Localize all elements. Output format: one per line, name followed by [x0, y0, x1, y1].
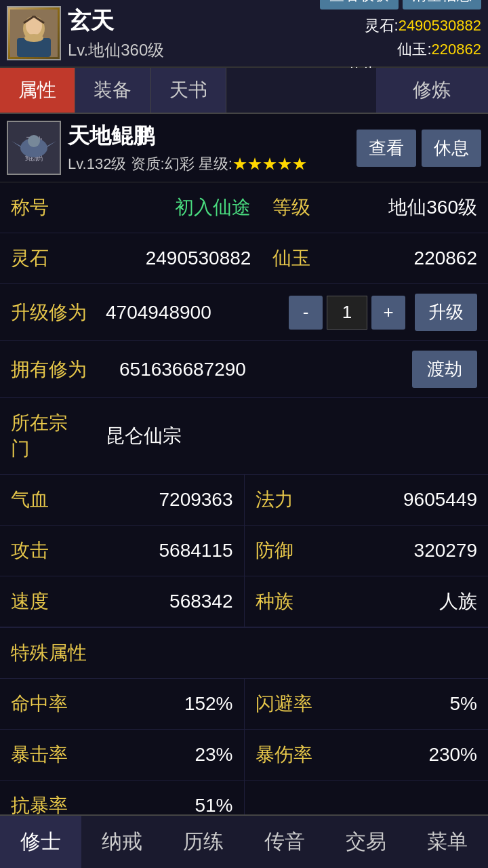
bottom-nav-adventure[interactable]: 历练	[163, 816, 244, 868]
clear-info-button[interactable]: 清空信息	[403, 0, 481, 9]
possess-row: 拥有修为 651636687290 渡劫	[0, 341, 488, 398]
crit-dmg-label: 暴伤率	[256, 742, 317, 768]
atk-def-row: 攻击 5684115 防御 320279	[0, 526, 488, 576]
special-header-label: 特殊属性	[11, 642, 87, 663]
pet-buttons: 查看 休息	[357, 130, 481, 167]
anti-crit-value: 51%	[195, 795, 232, 816]
atk-value: 5684115	[159, 540, 232, 561]
hit-dodge-row: 命中率 152% 闪避率 5%	[0, 679, 488, 730]
hit-label: 命中率	[11, 691, 72, 717]
stats-table: 称号 初入仙途 等级 地仙360级 灵石 2490530882 仙玉 22086…	[0, 182, 488, 284]
pet-section: 天地 鲲鹏 天地鲲鹏 Lv.132级 资质:幻彩 星级:★★★★★ 查看 休息	[0, 114, 488, 182]
crit-label: 暴击率	[11, 742, 72, 768]
hit-value: 152%	[184, 693, 233, 715]
stone-jade-row: 灵石 2490530882 仙玉 220862	[0, 233, 488, 284]
bottom-nav-menu[interactable]: 菜单	[407, 816, 488, 868]
speed-value: 568342	[169, 591, 232, 612]
character-name: 玄天	[68, 5, 320, 37]
pass-tribulation-button[interactable]: 渡劫	[412, 351, 477, 388]
header: 玄天 Lv.地仙360级 查看收获 清空信息 灵石:2490530882 仙玉:…	[0, 0, 488, 68]
crit-dmg-cell: 暴伤率 230%	[245, 730, 489, 780]
pet-star-label: 星级:	[199, 155, 232, 172]
pet-detail: Lv.132级 资质:幻彩 星级:★★★★★	[68, 154, 350, 174]
pet-view-button[interactable]: 查看	[357, 130, 416, 167]
mp-value: 9605449	[403, 489, 477, 511]
jade-stat-label: 仙玉	[262, 233, 343, 284]
tab-cultivate[interactable]: 修炼	[376, 68, 488, 113]
def-cell: 防御 320279	[245, 526, 489, 576]
spirit-stone-label: 灵石:	[365, 17, 399, 34]
pet-quality: 幻彩	[165, 155, 195, 172]
title-level-row: 称号 初入仙途 等级 地仙360级	[0, 182, 488, 233]
speed-label: 速度	[11, 589, 72, 614]
def-label: 防御	[256, 538, 317, 564]
tab-attributes[interactable]: 属性	[0, 68, 75, 113]
dodge-value: 5%	[450, 693, 477, 715]
upgrade-row: 升级修为 4704948900 - 1 + 升级	[0, 284, 488, 341]
hp-value: 7209363	[159, 489, 232, 511]
mp-cell: 法力 9605449	[245, 475, 489, 525]
upgrade-controls: - 1 + 升级	[289, 294, 477, 331]
svg-point-13	[28, 135, 40, 147]
avatar	[7, 6, 61, 60]
def-value: 320279	[414, 540, 477, 561]
pet-name: 天地鲲鹏	[68, 121, 350, 151]
pet-rest-button[interactable]: 休息	[422, 130, 481, 167]
jade-value: 220862	[432, 41, 481, 58]
special-header: 特殊属性	[0, 627, 488, 679]
sect-row: 所在宗门 昆仑仙宗	[0, 398, 488, 475]
pet-info: 天地鲲鹏 Lv.132级 资质:幻彩 星级:★★★★★	[68, 121, 350, 174]
title-value: 初入仙途	[95, 182, 262, 233]
title-label: 称号	[0, 182, 95, 233]
pet-level: Lv.132级	[68, 155, 126, 172]
bottom-nav-cultivator[interactable]: 修士	[0, 816, 81, 868]
possess-label: 拥有修为	[11, 357, 119, 382]
tab-equipment[interactable]: 装备	[75, 68, 150, 113]
svg-point-6	[24, 34, 43, 42]
tab-book[interactable]: 天书	[151, 68, 226, 113]
upgrade-button[interactable]: 升级	[415, 294, 477, 331]
main-content: 天地 鲲鹏 天地鲲鹏 Lv.132级 资质:幻彩 星级:★★★★★ 查看 休息	[0, 114, 488, 831]
dodge-label: 闪避率	[256, 691, 317, 717]
hit-cell: 命中率 152%	[0, 679, 244, 729]
view-harvest-button[interactable]: 查看收获	[320, 0, 399, 9]
spirit-stone-stat-value: 2490530882	[95, 233, 262, 284]
atk-label: 攻击	[11, 538, 72, 564]
header-name-section: 玄天 Lv.地仙360级	[68, 5, 320, 61]
sect-value: 昆仑仙宗	[95, 398, 488, 475]
bottom-nav: 修士 纳戒 历练 传音 交易 菜单	[0, 814, 488, 868]
crit-dmg-value: 230%	[428, 744, 477, 766]
crit-cell: 暴击率 23%	[0, 730, 244, 780]
bottom-nav-message[interactable]: 传音	[244, 816, 325, 868]
speed-race-row: 速度 568342 种族 人族	[0, 576, 488, 627]
bottom-nav-inventory[interactable]: 纳戒	[81, 816, 163, 868]
sect-label: 所在宗门	[0, 398, 95, 475]
speed-cell: 速度 568342	[0, 576, 244, 627]
jade-stat-value: 220862	[343, 233, 488, 284]
race-cell: 种族 人族	[245, 576, 489, 627]
spirit-stone-value: 2490530882	[399, 17, 481, 34]
sect-table: 所在宗门 昆仑仙宗	[0, 398, 488, 475]
pet-quality-label: 资质:	[131, 155, 165, 172]
bottom-nav-trade[interactable]: 交易	[325, 816, 407, 868]
pet-avatar: 天地 鲲鹏	[7, 121, 61, 175]
hp-cell: 气血 7209363	[0, 475, 244, 525]
hp-mp-row: 气血 7209363 法力 9605449	[0, 475, 488, 526]
crit-critdmg-row: 暴击率 23% 暴伤率 230%	[0, 730, 488, 781]
dodge-cell: 闪避率 5%	[245, 679, 489, 729]
mp-label: 法力	[256, 487, 317, 513]
hp-label: 气血	[11, 487, 72, 513]
possess-value: 651636687290	[119, 359, 412, 380]
atk-cell: 攻击 5684115	[0, 526, 244, 576]
crit-value: 23%	[195, 744, 232, 766]
pet-stars: ★★★★★	[232, 155, 307, 172]
race-value: 人族	[439, 589, 477, 614]
upgrade-qty: 1	[327, 296, 367, 330]
race-label: 种族	[256, 589, 317, 614]
level-value: 地仙360级	[343, 182, 488, 233]
character-level: Lv.地仙360级	[68, 39, 320, 61]
nav-tabs: 属性 装备 天书 修炼	[0, 68, 488, 114]
jade-label: 仙玉:	[397, 41, 431, 58]
minus-button[interactable]: -	[289, 296, 323, 330]
plus-button[interactable]: +	[371, 296, 405, 330]
